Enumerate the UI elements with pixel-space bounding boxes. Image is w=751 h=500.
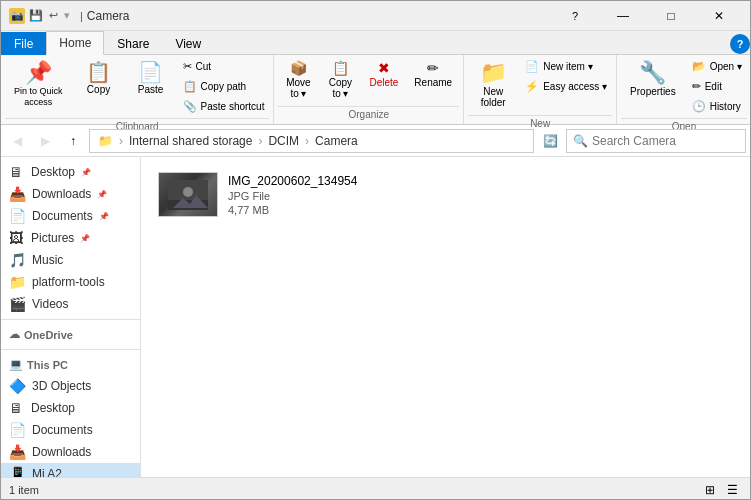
forward-button[interactable]: ▶ (33, 129, 57, 153)
properties-icon: 🔧 (639, 62, 666, 84)
copy-label: Copy (87, 84, 110, 95)
ribbon-help[interactable]: ? (730, 34, 750, 54)
search-input[interactable] (592, 134, 739, 148)
path-root-icon: 📁 (98, 134, 113, 148)
delete-button[interactable]: ✖ Delete (362, 57, 405, 92)
sidebar-label-3d-objects: 3D Objects (32, 379, 91, 393)
this-pc-label: This PC (27, 359, 68, 371)
new-folder-button[interactable]: 📁 Newfolder (468, 57, 518, 113)
sidebar-item-3d-objects[interactable]: 🔷 3D Objects (1, 375, 140, 397)
path-dcim[interactable]: DCIM (268, 134, 299, 148)
ribbon-group-organize: 📦 Moveto ▾ 📋 Copyto ▾ ✖ Delete ✏ Rename … (274, 55, 464, 124)
copy-button[interactable]: 📋 Copy (74, 57, 124, 100)
sidebar-label-music: Music (32, 253, 63, 267)
window-title: Camera (87, 9, 130, 23)
tab-file[interactable]: File (1, 32, 46, 55)
file-type: JPG File (228, 190, 357, 202)
sidebar-item-desktop[interactable]: 🖥 Desktop 📌 (1, 161, 140, 183)
ribbon-group-open: 🔧 Properties 📂Open ▾ ✏Edit 🕒History Open (617, 55, 751, 124)
onedrive-label: OneDrive (24, 329, 73, 341)
window-controls[interactable]: ? — □ ✕ (552, 1, 742, 31)
pin-label: Pin to Quickaccess (14, 86, 63, 108)
minimize-button[interactable]: — (600, 1, 646, 31)
edit-label: Edit (705, 81, 722, 92)
paste-shortcut-button[interactable]: 📎Paste shortcut (178, 97, 270, 116)
details-view-button[interactable]: ☰ (722, 481, 742, 499)
sidebar-label-documents: Documents (32, 209, 93, 223)
sidebar-item-mi-a2[interactable]: 📱 Mi A2 (1, 463, 140, 477)
sidebar-item-documents[interactable]: 📄 Documents 📌 (1, 205, 140, 227)
quick-access-dropdown[interactable]: ▾ (64, 9, 70, 22)
properties-button[interactable]: 🔧 Properties (621, 57, 685, 102)
sidebar-label-desktop: Desktop (31, 165, 75, 179)
sidebar-header-this-pc: 💻 This PC (1, 354, 140, 375)
open-small-buttons: 📂Open ▾ ✏Edit 🕒History (687, 57, 747, 116)
sidebar-item-downloads[interactable]: 📥 Downloads 📌 (1, 183, 140, 205)
paste-button[interactable]: 📄 Paste (126, 57, 176, 100)
new-item-button[interactable]: 📄New item ▾ (520, 57, 612, 76)
quick-access-save[interactable]: 💾 (29, 9, 43, 22)
move-to-button[interactable]: 📦 Moveto ▾ (278, 57, 318, 103)
copy-path-button[interactable]: 📋Copy path (178, 77, 270, 96)
large-icons-view-button[interactable]: ⊞ (700, 481, 720, 499)
tab-view[interactable]: View (162, 32, 214, 55)
thumbnail-svg (168, 180, 208, 210)
path-storage[interactable]: Internal shared storage (129, 134, 252, 148)
sidebar-item-platform-tools[interactable]: 📁 platform-tools (1, 271, 140, 293)
sidebar-item-videos[interactable]: 🎬 Videos (1, 293, 140, 315)
platform-tools-icon: 📁 (9, 274, 26, 290)
history-button[interactable]: 🕒History (687, 97, 747, 116)
properties-label: Properties (630, 86, 676, 97)
easy-access-button[interactable]: ⚡Easy access ▾ (520, 77, 612, 96)
ribbon-group-clipboard: 📌 Pin to Quickaccess 📋 Copy 📄 Paste ✂Cut… (1, 55, 274, 124)
3d-objects-icon: 🔷 (9, 378, 26, 394)
open-label: Open ▾ (710, 61, 742, 72)
back-button[interactable]: ◀ (5, 129, 29, 153)
sidebar-label-mi-a2: Mi A2 (32, 467, 62, 477)
cut-icon: ✂ (183, 60, 192, 73)
onedrive-icon: ☁ (9, 328, 20, 341)
pin-quick-access-button[interactable]: 📌 Pin to Quickaccess (5, 57, 72, 113)
sidebar-label-pictures: Pictures (31, 231, 74, 245)
path-camera[interactable]: Camera (315, 134, 358, 148)
history-icon: 🕒 (692, 100, 706, 113)
refresh-button[interactable]: 🔄 (538, 129, 562, 153)
sidebar-item-music[interactable]: 🎵 Music (1, 249, 140, 271)
sidebar-label-documents2: Documents (32, 423, 93, 437)
organize-label: Organize (278, 106, 459, 122)
address-bar: ◀ ▶ ↑ 📁 › Internal shared storage › DCIM… (1, 125, 750, 157)
copy-path-icon: 📋 (183, 80, 197, 93)
edit-button[interactable]: ✏Edit (687, 77, 747, 96)
search-box[interactable]: 🔍 (566, 129, 746, 153)
downloads-icon: 📥 (9, 186, 26, 202)
svg-point-1 (183, 187, 193, 197)
window-icon: 📷 (9, 8, 25, 24)
paste-shortcut-icon: 📎 (183, 100, 197, 113)
pin-indicator: 📌 (81, 168, 91, 177)
this-pc-icon: 💻 (9, 358, 23, 371)
address-path[interactable]: 📁 › Internal shared storage › DCIM › Cam… (89, 129, 534, 153)
maximize-button[interactable]: □ (648, 1, 694, 31)
quick-access-undo[interactable]: ↩ (49, 9, 58, 22)
sidebar: 🖥 Desktop 📌 📥 Downloads 📌 📄 Documents 📌 … (1, 157, 141, 477)
sidebar-item-downloads2[interactable]: 📥 Downloads (1, 441, 140, 463)
help-button[interactable]: ? (552, 1, 598, 31)
sidebar-divider-1 (1, 319, 140, 320)
tab-home[interactable]: Home (46, 31, 104, 55)
close-button[interactable]: ✕ (696, 1, 742, 31)
status-bar: 1 item ⊞ ☰ (1, 477, 750, 500)
rename-button[interactable]: ✏ Rename (407, 57, 459, 92)
file-item[interactable]: IMG_20200602_134954 JPG File 4,77 MB (149, 165, 742, 224)
cut-button[interactable]: ✂Cut (178, 57, 270, 76)
file-area[interactable]: IMG_20200602_134954 JPG File 4,77 MB (141, 157, 750, 477)
title-separator: | (80, 10, 83, 22)
file-thumbnail (158, 172, 218, 217)
tab-share[interactable]: Share (104, 32, 162, 55)
open-button[interactable]: 📂Open ▾ (687, 57, 747, 76)
sidebar-item-documents2[interactable]: 📄 Documents (1, 419, 140, 441)
sidebar-item-pictures[interactable]: 🖼 Pictures 📌 (1, 227, 140, 249)
up-button[interactable]: ↑ (61, 129, 85, 153)
sidebar-item-desktop2[interactable]: 🖥 Desktop (1, 397, 140, 419)
easy-access-label: Easy access ▾ (543, 81, 607, 92)
copy-to-button[interactable]: 📋 Copyto ▾ (320, 57, 360, 103)
